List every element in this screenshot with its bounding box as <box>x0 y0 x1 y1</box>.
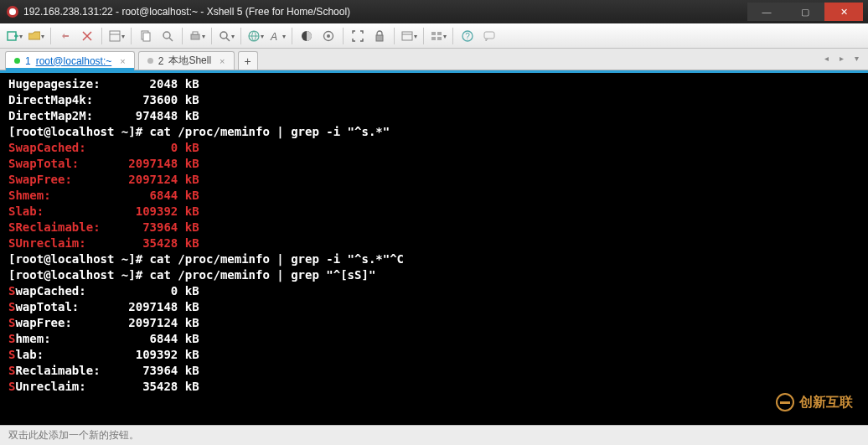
properties-button[interactable] <box>107 27 126 45</box>
help-button[interactable]: ? <box>458 27 477 45</box>
reconnect-button[interactable] <box>56 27 75 45</box>
svg-rect-21 <box>431 32 436 35</box>
terminal-output[interactable]: Hugepagesize: 2048 kBDirectMap4k: 73600 … <box>0 70 868 425</box>
status-bar[interactable]: 双击此处添加一个新的按钮。 <box>0 425 868 445</box>
svg-rect-10 <box>193 32 198 34</box>
svg-rect-18 <box>376 35 383 41</box>
lock-button[interactable] <box>370 27 389 45</box>
svg-rect-24 <box>437 37 442 40</box>
status-dot-connected-icon <box>14 58 20 64</box>
tab-index: 1 <box>25 55 31 67</box>
toolbar-separator <box>452 28 453 44</box>
maximize-button[interactable]: ▢ <box>786 3 824 21</box>
toolbar-separator <box>50 28 51 44</box>
tab-session-2[interactable]: 2 本地Shell × <box>138 51 235 70</box>
toolbar-separator <box>240 28 241 44</box>
tab-scroll-left-icon[interactable]: ◂ <box>819 51 833 65</box>
toolbar-separator <box>131 28 132 44</box>
tab-list-dropdown-icon[interactable]: ▾ <box>850 51 863 65</box>
svg-rect-23 <box>431 37 436 40</box>
copy-button[interactable] <box>137 27 155 45</box>
highlight-button[interactable] <box>319 27 338 45</box>
svg-text:?: ? <box>465 32 470 41</box>
svg-rect-22 <box>437 32 442 35</box>
toolbar-separator <box>182 28 183 44</box>
find-button[interactable] <box>217 27 235 45</box>
tab-close-icon[interactable]: × <box>220 56 225 66</box>
toolbar-separator <box>211 28 212 44</box>
tab-overflow-controls: ◂ ▸ ▾ <box>819 51 863 65</box>
svg-rect-19 <box>402 32 412 40</box>
tab-session-1[interactable]: 1 root@localhost:~ × <box>5 51 135 70</box>
tab-close-icon[interactable]: × <box>120 56 125 66</box>
svg-text:A: A <box>270 31 277 42</box>
print-button[interactable] <box>188 27 206 45</box>
chat-button[interactable] <box>480 27 499 45</box>
encoding-button[interactable] <box>246 27 265 45</box>
open-button[interactable] <box>27 27 45 45</box>
toolbar-separator <box>394 28 395 44</box>
layout-button[interactable] <box>400 27 418 45</box>
svg-point-7 <box>163 32 170 39</box>
svg-rect-3 <box>110 31 120 41</box>
svg-line-12 <box>226 38 230 41</box>
statusbar-hint: 双击此处添加一个新的按钮。 <box>8 428 139 442</box>
new-session-button[interactable] <box>5 27 23 45</box>
close-button[interactable]: ✕ <box>824 3 863 21</box>
svg-point-17 <box>327 34 330 38</box>
tab-label: 本地Shell <box>168 54 211 68</box>
tab-scroll-right-icon[interactable]: ▸ <box>834 51 848 65</box>
svg-rect-9 <box>191 34 199 39</box>
disconnect-button[interactable] <box>78 27 96 45</box>
svg-rect-27 <box>484 32 494 39</box>
session-tabstrip: 1 root@localhost:~ × 2 本地Shell × + ◂ ▸ ▾ <box>0 49 868 70</box>
toolbar-separator <box>423 28 424 44</box>
svg-rect-6 <box>143 33 150 41</box>
app-icon <box>7 6 18 18</box>
new-tab-button[interactable]: + <box>238 51 258 70</box>
font-button[interactable]: A <box>268 27 287 45</box>
status-dot-idle-icon <box>147 58 153 64</box>
color-scheme-button[interactable] <box>297 27 316 45</box>
fullscreen-button[interactable] <box>349 27 367 45</box>
toolbar-separator <box>101 28 102 44</box>
paste-button[interactable] <box>158 27 177 45</box>
main-toolbar: A ? <box>0 23 868 49</box>
window-titlebar: 192.168.238.131:22 - root@localhost:~ - … <box>0 0 868 23</box>
tab-index: 2 <box>158 55 164 67</box>
window-title: 192.168.238.131:22 - root@localhost:~ - … <box>23 6 747 18</box>
svg-line-8 <box>169 38 173 41</box>
window-controls: — ▢ ✕ <box>747 3 863 21</box>
tile-button[interactable] <box>429 27 447 45</box>
minimize-button[interactable]: — <box>747 3 786 21</box>
toolbar-separator <box>292 28 292 44</box>
svg-point-11 <box>220 32 227 39</box>
tab-label: root@localhost:~ <box>36 55 112 67</box>
toolbar-separator <box>343 28 344 44</box>
